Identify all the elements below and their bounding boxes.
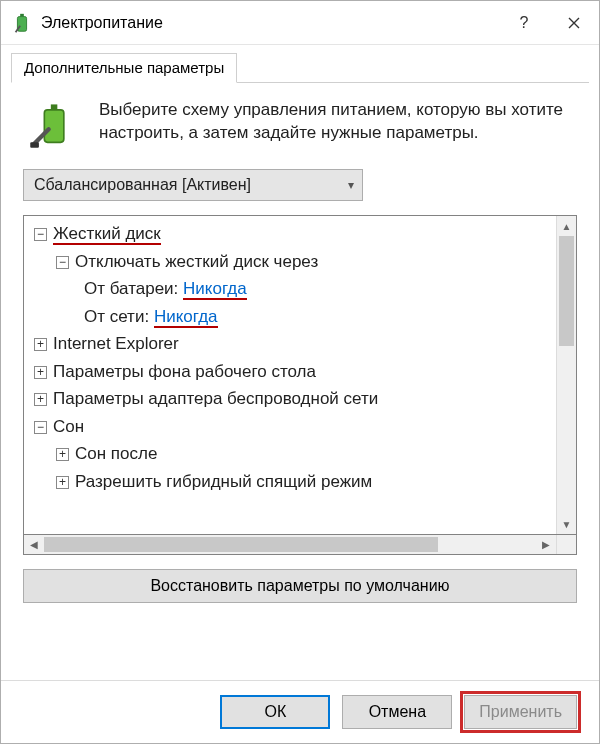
close-button[interactable] (549, 1, 599, 45)
collapse-icon[interactable]: − (34, 421, 47, 434)
tree-node-sleep-after[interactable]: +Сон после (30, 440, 556, 468)
scroll-thumb[interactable] (559, 236, 574, 346)
power-icon (11, 12, 33, 34)
scroll-left-icon[interactable]: ◀ (24, 535, 44, 554)
tree-node-hybrid-sleep[interactable]: +Разрешить гибридный спящий режим (30, 468, 556, 496)
cancel-button[interactable]: Отмена (342, 695, 452, 729)
on-battery-value[interactable]: Никогда (183, 279, 247, 300)
settings-tree: −Жесткий диск −Отключать жесткий диск че… (23, 215, 577, 535)
scroll-track[interactable] (557, 236, 576, 514)
svg-rect-2 (44, 110, 63, 142)
content-area: Выберите схему управления питанием, кото… (1, 83, 599, 680)
power-plan-selected: Сбалансированная [Активен] (34, 176, 251, 194)
expand-icon[interactable]: + (56, 448, 69, 461)
titlebar: Электропитание ? (1, 1, 599, 45)
scroll-corner (556, 535, 576, 554)
scroll-right-icon[interactable]: ▶ (536, 535, 556, 554)
apply-button[interactable]: Применить (464, 695, 577, 729)
collapse-icon[interactable]: − (34, 228, 47, 241)
window-title: Электропитание (41, 14, 499, 32)
power-plan-icon (23, 99, 83, 151)
vertical-scrollbar[interactable]: ▲ ▼ (556, 216, 576, 534)
restore-defaults-button[interactable]: Восстановить параметры по умолчанию (23, 569, 577, 603)
expand-icon[interactable]: + (34, 338, 47, 351)
expand-icon[interactable]: + (56, 476, 69, 489)
expand-icon[interactable]: + (34, 366, 47, 379)
tree-node-sleep[interactable]: −Сон (30, 413, 556, 441)
hscroll-track[interactable] (44, 535, 536, 554)
svg-rect-4 (30, 142, 39, 147)
dialog-button-row: ОК Отмена Применить (1, 680, 599, 743)
ok-button[interactable]: ОК (220, 695, 330, 729)
scroll-up-icon[interactable]: ▲ (557, 216, 576, 236)
chevron-down-icon: ▾ (348, 178, 354, 192)
power-options-dialog: Электропитание ? Дополнительные параметр… (0, 0, 600, 744)
expand-icon[interactable]: + (34, 393, 47, 406)
tree-leaf-plugged-in[interactable]: От сети: Никогда (30, 303, 556, 331)
intro-text: Выберите схему управления питанием, кото… (99, 99, 577, 151)
tree-node-hard-disk[interactable]: −Жесткий диск (30, 220, 556, 248)
help-button[interactable]: ? (499, 1, 549, 45)
tree-node-desktop-bg[interactable]: +Параметры фона рабочего стола (30, 358, 556, 386)
tree-node-turn-off-hdd[interactable]: −Отключать жесткий диск через (30, 248, 556, 276)
horizontal-scrollbar[interactable]: ◀ ▶ (23, 535, 577, 555)
tree-viewport: −Жесткий диск −Отключать жесткий диск че… (24, 216, 556, 534)
svg-rect-1 (20, 13, 24, 16)
hscroll-thumb[interactable] (44, 537, 438, 552)
tree-node-ie[interactable]: +Internet Explorer (30, 330, 556, 358)
plugged-in-value[interactable]: Никогда (154, 307, 218, 328)
intro-block: Выберите схему управления питанием, кото… (23, 99, 577, 151)
svg-rect-3 (51, 104, 58, 109)
tab-strip: Дополнительные параметры (1, 45, 599, 83)
scroll-down-icon[interactable]: ▼ (557, 514, 576, 534)
tree-leaf-on-battery[interactable]: От батареи: Никогда (30, 275, 556, 303)
collapse-icon[interactable]: − (56, 256, 69, 269)
tab-advanced-settings[interactable]: Дополнительные параметры (11, 53, 237, 83)
tree-node-wireless[interactable]: +Параметры адаптера беспроводной сети (30, 385, 556, 413)
power-plan-dropdown[interactable]: Сбалансированная [Активен] ▾ (23, 169, 363, 201)
